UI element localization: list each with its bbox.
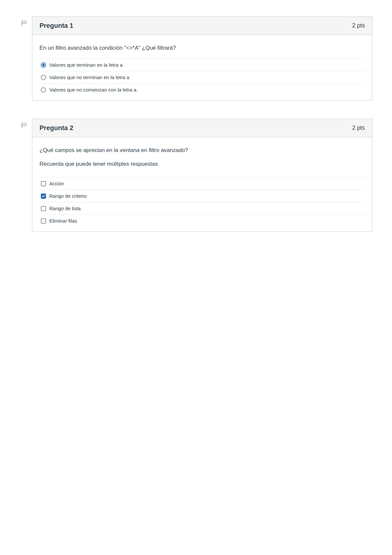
question-points: 2 pts <box>352 22 365 29</box>
question-body: ¿Qué campos se aprecian en la ventana en… <box>32 137 372 231</box>
flag-column <box>16 16 32 27</box>
question-header: Pregunta 1 2 pts <box>32 17 372 35</box>
answer-label: Rango de lista <box>49 206 81 211</box>
answer-option[interactable]: Rango de lista <box>39 202 365 214</box>
question-card-1: Pregunta 1 2 pts En un filtro avanzado l… <box>32 16 372 101</box>
checkbox-icon[interactable] <box>41 206 46 211</box>
answer-option[interactable]: Valores que no terminan en la letra a <box>39 71 365 83</box>
question-header: Pregunta 2 2 pts <box>32 119 372 137</box>
checkbox-icon[interactable] <box>41 218 46 224</box>
answer-list: Acción Rango de criterio Rango de lista <box>39 177 365 227</box>
question-block-1: Pregunta 1 2 pts En un filtro avanzado l… <box>16 16 372 101</box>
answer-label: Eliminar filas <box>49 218 77 224</box>
radio-icon[interactable] <box>41 75 46 80</box>
question-card-2: Pregunta 2 2 pts ¿Qué campos se aprecian… <box>32 119 372 232</box>
question-title: Pregunta 2 <box>40 124 73 132</box>
flag-column <box>16 119 32 129</box>
answer-label: Acción <box>49 181 64 186</box>
flag-icon[interactable] <box>21 123 27 129</box>
answer-label: Rango de criterio <box>49 193 87 199</box>
question-title: Pregunta 1 <box>40 22 73 29</box>
question-prompt: ¿Qué campos se aprecian en la ventana en… <box>40 147 365 154</box>
answer-label: Valores que no comienzan con la letra a <box>49 87 137 92</box>
checkbox-icon[interactable] <box>41 181 46 186</box>
question-block-2: Pregunta 2 2 pts ¿Qué campos se aprecian… <box>16 119 372 232</box>
question-points: 2 pts <box>352 125 365 131</box>
checkbox-icon[interactable] <box>41 193 46 199</box>
answer-label: Valores que no terminan en la letra a <box>49 75 129 80</box>
answer-option[interactable]: Rango de criterio <box>39 190 365 202</box>
radio-icon[interactable] <box>41 62 46 68</box>
answer-option[interactable]: Acción <box>39 177 365 190</box>
question-body: En un filtro avanzado la condición "<>*A… <box>32 35 372 100</box>
answer-option[interactable]: Eliminar filas <box>39 214 365 227</box>
answer-list: Valores que terminan en la letra a Valor… <box>39 59 365 96</box>
question-subprompt: Recuerda que puede tener múltiples respu… <box>40 161 365 167</box>
quiz-container: Pregunta 1 2 pts En un filtro avanzado l… <box>0 0 392 266</box>
radio-icon[interactable] <box>41 87 46 92</box>
flag-icon[interactable] <box>21 20 27 27</box>
answer-label: Valores que terminan en la letra a <box>49 62 122 68</box>
answer-option[interactable]: Valores que terminan en la letra a <box>39 59 365 71</box>
question-prompt: En un filtro avanzado la condición "<>*A… <box>40 45 365 51</box>
answer-option[interactable]: Valores que no comienzan con la letra a <box>39 83 365 96</box>
